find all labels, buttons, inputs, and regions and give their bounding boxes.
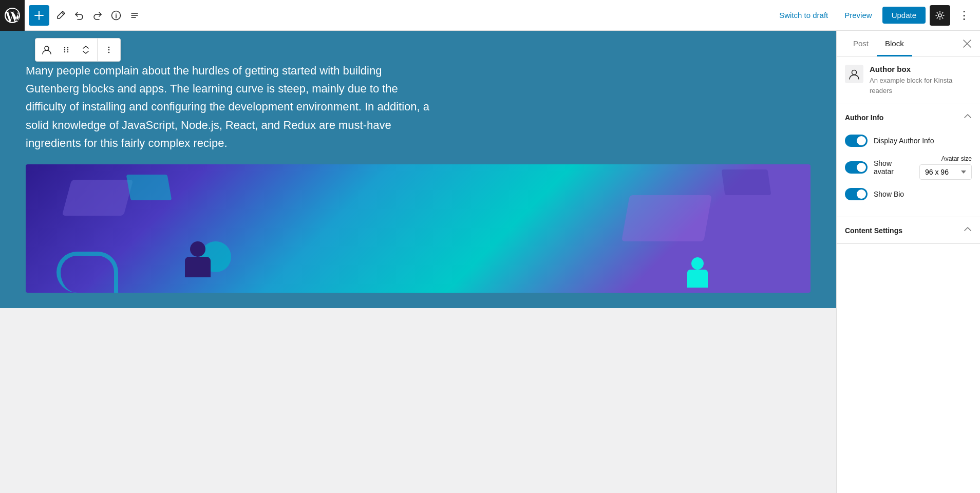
- chevron-up-icon: [964, 112, 972, 121]
- undo-button[interactable]: [70, 6, 88, 25]
- block-toolbar-left-group: [35, 39, 97, 61]
- paragraph-text[interactable]: Many people complain about the hurdles o…: [26, 62, 437, 152]
- display-author-info-toggle[interactable]: [845, 135, 868, 147]
- show-avatar-label: Show avatar: [874, 159, 913, 176]
- wp-logo-icon: [5, 8, 20, 23]
- avatar-size-label: Avatar size: [941, 155, 972, 162]
- preview-button[interactable]: Preview: [838, 7, 878, 24]
- content-settings-section: Content Settings: [837, 217, 980, 244]
- svg-point-2: [45, 46, 49, 50]
- list-view-button[interactable]: [125, 6, 144, 25]
- svg-point-9: [108, 47, 110, 48]
- redo-button[interactable]: [88, 6, 107, 25]
- svg-point-6: [67, 47, 68, 48]
- chevron-updown-icon: [81, 45, 90, 54]
- sidebar: Post Block Author box An example block f…: [836, 31, 980, 493]
- tab-block[interactable]: Block: [877, 31, 912, 56]
- block-info-description: An example block for Kinsta readers: [870, 75, 972, 96]
- author-info-chevron-icon: [964, 112, 972, 122]
- editor-area: Many people complain about the hurdles o…: [0, 31, 836, 493]
- display-author-info-label: Display Author Info: [874, 137, 934, 145]
- switch-to-draft-button[interactable]: Switch to draft: [773, 7, 834, 24]
- pencil-icon: [55, 10, 66, 21]
- author-info-title: Author Info: [845, 113, 883, 122]
- user-icon: [42, 45, 52, 55]
- block-type-icon[interactable]: [37, 41, 56, 59]
- svg-point-12: [852, 70, 857, 75]
- settings-button[interactable]: [930, 5, 950, 26]
- author-info-header[interactable]: Author Info: [837, 104, 980, 130]
- info-icon: [111, 10, 121, 21]
- author-box-icon: [849, 68, 860, 80]
- content-block: Many people complain about the hurdles o…: [0, 31, 836, 308]
- undo-icon: [74, 10, 84, 21]
- svg-point-5: [64, 51, 65, 52]
- avatar-size-container: Avatar size 96 x 96 64 x 64 128 x 128 48…: [919, 155, 972, 180]
- main-layout: Many people complain about the hurdles o…: [0, 31, 980, 493]
- plus-icon: [34, 11, 44, 20]
- show-avatar-left: Show avatar: [845, 159, 913, 176]
- close-sidebar-button[interactable]: [963, 31, 972, 56]
- block-icon-container: [845, 65, 863, 83]
- main-toolbar: Switch to draft Preview Update ⋮: [0, 0, 980, 31]
- author-info-body: Display Author Info Show avatar Avatar s…: [837, 130, 980, 217]
- display-author-info-row: Display Author Info: [845, 135, 972, 147]
- svg-point-7: [67, 49, 68, 50]
- svg-point-3: [64, 47, 65, 48]
- add-block-button[interactable]: [29, 5, 49, 26]
- svg-point-10: [108, 49, 110, 51]
- block-info-text: Author box An example block for Kinsta r…: [870, 65, 972, 96]
- show-avatar-row: Show avatar Avatar size 96 x 96 64 x 64 …: [845, 155, 972, 180]
- sidebar-tabs: Post Block: [837, 31, 980, 56]
- chevron-up-icon-2: [964, 225, 972, 234]
- more-block-options-icon[interactable]: [100, 41, 118, 59]
- svg-point-11: [108, 52, 110, 53]
- show-bio-label: Show Bio: [874, 190, 904, 198]
- block-info-title: Author box: [870, 65, 972, 73]
- drag-handle-icon[interactable]: [57, 41, 76, 59]
- editor-image: [26, 164, 811, 293]
- svg-point-1: [938, 14, 941, 17]
- move-up-down-icon[interactable]: [77, 41, 95, 59]
- content-settings-chevron-icon: [964, 225, 972, 235]
- update-button[interactable]: Update: [882, 7, 926, 24]
- redo-icon: [92, 10, 103, 21]
- tools-button[interactable]: [51, 6, 70, 25]
- block-toolbar-right-group: [97, 39, 120, 61]
- author-info-section: Author Info Display Author Info: [837, 104, 980, 217]
- content-settings-title: Content Settings: [845, 226, 902, 235]
- info-button[interactable]: [107, 6, 125, 25]
- block-info-section: Author box An example block for Kinsta r…: [837, 56, 980, 104]
- svg-point-4: [64, 49, 65, 50]
- gear-icon: [935, 10, 945, 21]
- svg-point-8: [67, 51, 68, 52]
- show-bio-toggle[interactable]: [845, 188, 868, 200]
- toolbar-right: Switch to draft Preview Update ⋮: [773, 5, 974, 26]
- show-avatar-toggle[interactable]: [845, 161, 868, 174]
- tab-post[interactable]: Post: [845, 31, 877, 56]
- wp-logo: [0, 0, 25, 31]
- list-view-icon: [129, 10, 140, 21]
- more-options-button[interactable]: ⋮: [954, 5, 974, 26]
- avatar-size-select[interactable]: 96 x 96 64 x 64 128 x 128 48 x 48: [919, 164, 972, 180]
- block-toolbar: [35, 38, 121, 62]
- show-bio-row: Show Bio: [845, 188, 972, 200]
- content-settings-header[interactable]: Content Settings: [837, 217, 980, 243]
- close-icon: [963, 39, 972, 48]
- three-dots-vertical-icon: [104, 45, 114, 54]
- drag-dots-icon: [62, 45, 71, 54]
